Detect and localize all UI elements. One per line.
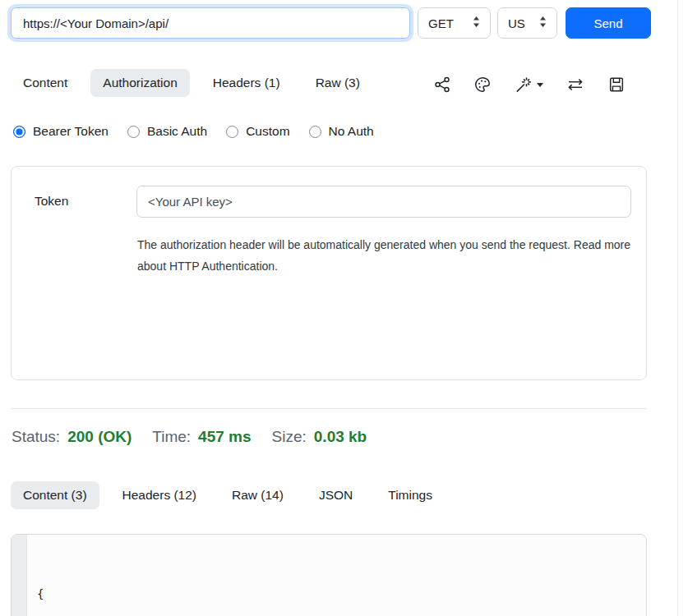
magic-wand-icon: [514, 76, 533, 94]
method-select[interactable]: GET: [418, 7, 491, 39]
tab-authorization[interactable]: Authorization: [90, 69, 189, 97]
section-divider: [11, 408, 647, 409]
radio-label[interactable]: Basic Auth: [147, 124, 207, 139]
radio-button[interactable]: [309, 126, 321, 138]
tab-content[interactable]: Content: [11, 69, 80, 97]
radio-bearer-token[interactable]: Bearer Token: [13, 124, 109, 139]
theme-button[interactable]: [473, 76, 492, 94]
token-input[interactable]: [136, 186, 631, 218]
radio-label[interactable]: Bearer Token: [33, 124, 109, 139]
radio-basic-auth[interactable]: Basic Auth: [127, 124, 207, 139]
radio-no-auth[interactable]: No Auth: [309, 124, 374, 139]
code-line: {: [37, 584, 241, 605]
share-icon: [433, 76, 451, 94]
radio-custom[interactable]: Custom: [226, 124, 289, 139]
tab-headers[interactable]: Headers (1): [201, 69, 293, 97]
tab-response-timings[interactable]: Timings: [376, 481, 445, 509]
response-body-viewer: { "message": "API running." }: [11, 534, 647, 616]
response-tabs: Content (3) Headers (12) Raw (14) JSON T…: [11, 481, 445, 509]
radio-button-checked[interactable]: [13, 126, 25, 138]
status-value: 200 (OK): [67, 428, 132, 446]
region-select[interactable]: US: [497, 7, 557, 39]
response-status-bar: Status: 200 (OK) Time: 457 ms Size: 0.03…: [12, 428, 387, 446]
method-select-value: GET: [428, 16, 454, 30]
size-value: 0.03 kb: [314, 428, 367, 446]
token-label: Token: [35, 194, 68, 209]
tab-raw[interactable]: Raw (3): [303, 69, 372, 97]
convert-button[interactable]: [566, 75, 585, 94]
url-input[interactable]: [11, 7, 410, 39]
save-icon: [607, 76, 626, 94]
size-label: Size:: [272, 428, 307, 446]
right-column-divider: [677, 0, 678, 616]
updown-caret-icon: [539, 16, 547, 30]
token-help-text: The authorization header will be automat…: [137, 235, 640, 277]
share-button[interactable]: [433, 76, 451, 94]
swap-arrows-icon: [566, 75, 585, 94]
send-button[interactable]: Send: [566, 7, 651, 39]
code-gutter: [12, 535, 27, 616]
radio-label[interactable]: Custom: [246, 124, 289, 139]
tab-response-raw[interactable]: Raw (14): [219, 481, 296, 509]
generate-code-dropdown[interactable]: [514, 76, 543, 94]
bearer-token-panel: Token The authorization header will be a…: [11, 166, 647, 380]
tab-response-headers[interactable]: Headers (12): [110, 481, 209, 509]
chevron-down-icon: [537, 83, 543, 87]
palette-icon: [473, 76, 492, 94]
request-toolbar: [433, 69, 626, 100]
radio-label[interactable]: No Auth: [329, 124, 374, 139]
tab-response-json[interactable]: JSON: [307, 481, 365, 509]
auth-type-options: Bearer Token Basic Auth Custom No Auth: [13, 124, 374, 139]
response-json-code: { "message": "API running." }: [37, 544, 241, 616]
request-tabs: Content Authorization Headers (1) Raw (3…: [11, 69, 372, 97]
tab-response-content[interactable]: Content (3): [11, 481, 99, 509]
updown-caret-icon: [473, 16, 480, 30]
time-label: Time:: [152, 428, 191, 446]
save-button[interactable]: [607, 76, 626, 94]
radio-button[interactable]: [226, 126, 238, 138]
time-value: 457 ms: [198, 428, 251, 446]
radio-button[interactable]: [127, 126, 140, 138]
status-label: Status:: [12, 428, 60, 446]
region-select-value: US: [508, 16, 525, 30]
